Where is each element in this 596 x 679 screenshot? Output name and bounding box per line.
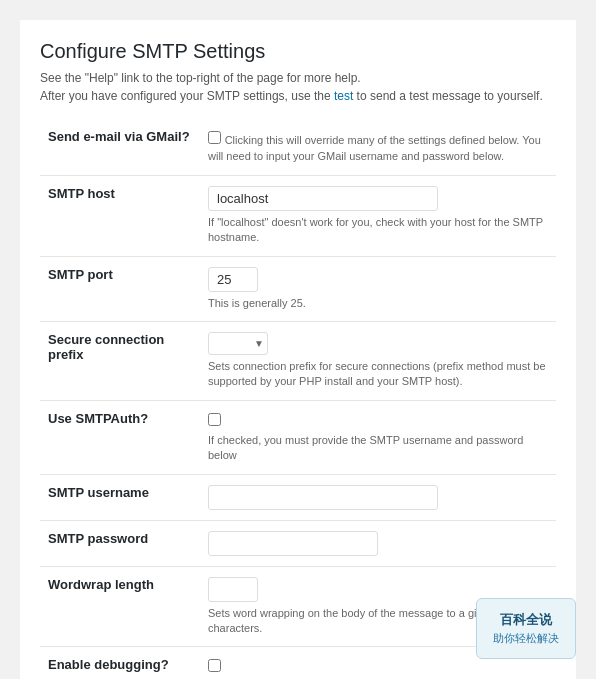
smtp-username-label: SMTP username [40, 474, 200, 520]
gmail-field: Clicking this will override many of the … [200, 119, 556, 175]
secure-prefix-row: Secure connection prefix ssl tls ▼ Sets … [40, 321, 556, 400]
page-title: Configure SMTP Settings [40, 40, 556, 63]
smtp-auth-field: If checked, you must provide the SMTP us… [200, 400, 556, 474]
smtp-password-input[interactable] [208, 531, 378, 556]
smtp-host-label: SMTP host [40, 175, 200, 256]
smtp-host-input[interactable] [208, 186, 438, 211]
secure-prefix-description: Sets connection prefix for secure connec… [208, 359, 548, 390]
page-container: Configure SMTP Settings See the "Help" l… [20, 20, 576, 679]
smtp-port-description: This is generally 25. [208, 296, 548, 311]
smtp-host-field: If "localhost" doesn't work for you, che… [200, 175, 556, 256]
badge-title: 百科全说 [493, 611, 559, 629]
smtp-username-row: SMTP username [40, 474, 556, 520]
secure-prefix-select-wrapper: ssl tls ▼ [208, 332, 268, 355]
smtp-host-row: SMTP host If "localhost" doesn't work fo… [40, 175, 556, 256]
debug-checkbox[interactable] [208, 659, 221, 672]
secure-prefix-select[interactable]: ssl tls [208, 332, 268, 355]
smtp-auth-checkbox[interactable] [208, 413, 221, 426]
smtp-port-input[interactable] [208, 267, 258, 292]
gmail-checkbox[interactable] [208, 131, 221, 144]
smtp-port-field: This is generally 25. [200, 256, 556, 321]
test-link[interactable]: test [334, 89, 353, 103]
secure-prefix-field: ssl tls ▼ Sets connection prefix for sec… [200, 321, 556, 400]
help-note: See the "Help" link to the top-right of … [40, 71, 556, 85]
smtp-password-row: SMTP password [40, 520, 556, 566]
gmail-label: Send e-mail via GMail? [40, 119, 200, 175]
settings-table: Send e-mail via GMail? Clicking this wil… [40, 119, 556, 679]
gmail-row: Send e-mail via GMail? Clicking this wil… [40, 119, 556, 175]
smtp-username-input[interactable] [208, 485, 438, 510]
smtp-auth-label: Use SMTPAuth? [40, 400, 200, 474]
smtp-password-label: SMTP password [40, 520, 200, 566]
test-note: After you have configured your SMTP sett… [40, 89, 556, 103]
smtp-auth-description: If checked, you must provide the SMTP us… [208, 433, 548, 464]
smtp-host-description: If "localhost" doesn't work for you, che… [208, 215, 548, 246]
smtp-port-label: SMTP port [40, 256, 200, 321]
smtp-password-field [200, 520, 556, 566]
gmail-description: Clicking this will override many of the … [208, 134, 541, 162]
wordwrap-label: Wordwrap length [40, 566, 200, 647]
smtp-port-row: SMTP port This is generally 25. [40, 256, 556, 321]
smtp-username-field [200, 474, 556, 520]
secure-prefix-label: Secure connection prefix [40, 321, 200, 400]
wordwrap-input[interactable] [208, 577, 258, 602]
badge-subtitle: 助你轻松解决 [493, 631, 559, 646]
debug-label: Enable debugging? [40, 647, 200, 679]
overlay-badge: 百科全说 助你轻松解决 [476, 598, 576, 659]
smtp-auth-row: Use SMTPAuth? If checked, you must provi… [40, 400, 556, 474]
